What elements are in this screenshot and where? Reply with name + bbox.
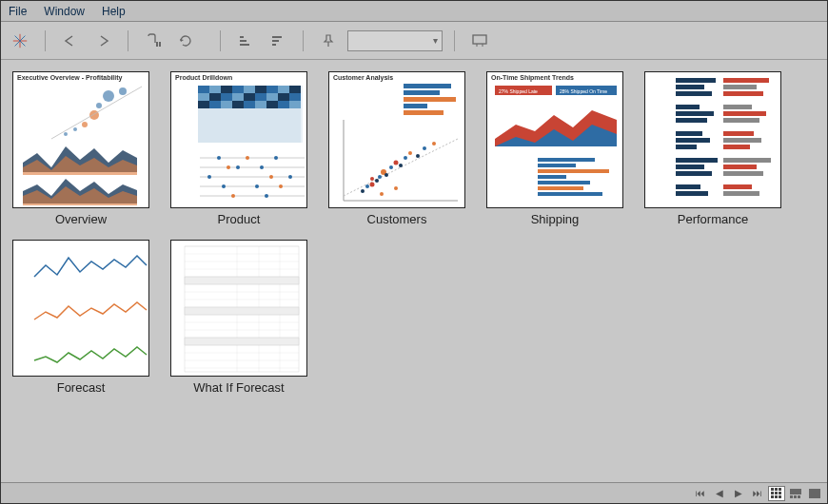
menu-window[interactable]: Window — [44, 5, 85, 18]
svg-rect-103 — [538, 181, 590, 184]
svg-rect-127 — [723, 165, 757, 169]
presentation-button[interactable] — [466, 29, 493, 53]
svg-rect-160 — [779, 488, 781, 491]
thumb-title: Product Drilldown — [175, 74, 232, 81]
sheet-thumbnail[interactable]: Product Drilldown — [170, 71, 307, 208]
svg-rect-75 — [404, 110, 444, 115]
svg-rect-130 — [676, 184, 700, 189]
svg-rect-166 — [779, 495, 781, 498]
svg-rect-29 — [255, 86, 266, 93]
svg-point-87 — [394, 161, 399, 165]
pin-button[interactable] — [315, 29, 342, 53]
back-button[interactable] — [57, 29, 84, 53]
sheet-thumbnail[interactable]: On-Time Shipment Trends 27% Shipped Late… — [486, 71, 623, 208]
svg-point-63 — [288, 175, 292, 179]
svg-rect-155 — [185, 277, 299, 284]
sheet-performance[interactable]: Performance — [644, 71, 781, 226]
separator — [220, 30, 221, 51]
badge-shipped-late: 27% Shipped Late — [499, 88, 538, 94]
sheet-thumbnail[interactable] — [12, 240, 149, 377]
svg-rect-35 — [221, 93, 232, 101]
svg-rect-47 — [255, 101, 266, 108]
svg-rect-73 — [404, 97, 456, 102]
svg-rect-100 — [538, 164, 576, 167]
svg-rect-110 — [676, 91, 712, 96]
svg-rect-11 — [272, 44, 276, 46]
svg-point-20 — [73, 127, 77, 131]
forward-button[interactable] — [89, 29, 116, 53]
menu-help[interactable]: Help — [102, 5, 126, 18]
menu-file[interactable]: File — [9, 5, 27, 18]
tabs-view-button[interactable] — [806, 486, 823, 501]
svg-rect-30 — [266, 86, 278, 93]
svg-point-65 — [222, 184, 226, 188]
last-sheet-button[interactable]: ⏭ — [749, 486, 766, 501]
svg-rect-46 — [244, 101, 255, 108]
svg-point-88 — [399, 164, 403, 167]
sheet-label: Customers — [367, 212, 427, 226]
sheet-overview[interactable]: Executive Overview - Profitability — [12, 71, 149, 226]
svg-rect-164 — [771, 495, 774, 498]
svg-point-82 — [375, 179, 379, 183]
sheet-label: Product — [218, 212, 261, 226]
svg-rect-102 — [538, 175, 566, 179]
sheet-forecast[interactable]: Forecast — [12, 240, 149, 395]
svg-point-83 — [378, 175, 382, 179]
svg-rect-43 — [209, 101, 221, 108]
svg-rect-39 — [266, 93, 278, 101]
sort-desc-button[interactable] — [265, 29, 291, 53]
svg-rect-51 — [198, 108, 301, 143]
svg-rect-104 — [538, 186, 583, 190]
svg-rect-71 — [404, 84, 451, 88]
svg-rect-7 — [240, 40, 246, 42]
svg-point-61 — [207, 175, 211, 179]
highlight-dropdown[interactable]: ▾ — [347, 30, 443, 51]
svg-point-59 — [236, 165, 240, 169]
svg-rect-128 — [676, 171, 712, 176]
first-sheet-button[interactable]: ⏮ — [692, 486, 709, 501]
next-sheet-button[interactable]: ▶ — [730, 486, 747, 501]
svg-rect-171 — [809, 489, 820, 498]
pause-button[interactable] — [140, 29, 167, 53]
sheet-label: Overview — [55, 212, 107, 226]
prev-sheet-button[interactable]: ◀ — [711, 486, 728, 501]
svg-rect-44 — [221, 101, 232, 108]
sheet-thumbnail[interactable] — [644, 71, 781, 208]
svg-rect-31 — [278, 86, 289, 93]
svg-rect-41 — [289, 93, 301, 101]
svg-rect-167 — [790, 489, 801, 494]
svg-point-70 — [265, 194, 268, 198]
svg-rect-132 — [676, 191, 708, 196]
svg-rect-161 — [771, 492, 774, 494]
svg-rect-165 — [775, 495, 778, 498]
sheet-thumbnail[interactable]: Customer Analysis — [328, 71, 465, 208]
svg-rect-101 — [538, 169, 609, 173]
sheet-thumbnail[interactable]: Executive Overview - Profitability — [12, 71, 149, 208]
sort-asc-button[interactable] — [232, 29, 259, 53]
svg-rect-112 — [676, 105, 700, 109]
svg-rect-9 — [272, 36, 282, 38]
svg-rect-106 — [676, 78, 716, 83]
svg-point-94 — [380, 192, 384, 196]
svg-point-57 — [227, 165, 230, 169]
sheet-sorter-view-button[interactable] — [768, 486, 785, 501]
svg-rect-25 — [209, 86, 221, 93]
svg-rect-10 — [272, 40, 279, 42]
sheet-product[interactable]: Product Drilldown — [170, 71, 307, 226]
svg-point-21 — [64, 132, 68, 136]
filmstrip-view-button[interactable] — [787, 486, 804, 501]
sheet-label: Shipping — [531, 212, 580, 226]
sheet-shipping[interactable]: On-Time Shipment Trends 27% Shipped Late… — [486, 71, 623, 226]
svg-rect-115 — [723, 111, 766, 116]
sheet-thumbnail[interactable] — [170, 240, 307, 377]
sheet-customers[interactable]: Customer Analysis Customers — [328, 71, 465, 226]
svg-rect-162 — [775, 492, 778, 494]
svg-point-80 — [365, 184, 369, 188]
svg-rect-121 — [723, 138, 761, 143]
svg-point-92 — [423, 146, 426, 150]
svg-rect-8 — [240, 44, 249, 46]
refresh-button[interactable] — [172, 29, 199, 53]
svg-rect-122 — [676, 145, 697, 149]
svg-rect-169 — [794, 495, 797, 498]
sheet-what-if-forecast[interactable]: What If Forecast — [170, 240, 307, 395]
